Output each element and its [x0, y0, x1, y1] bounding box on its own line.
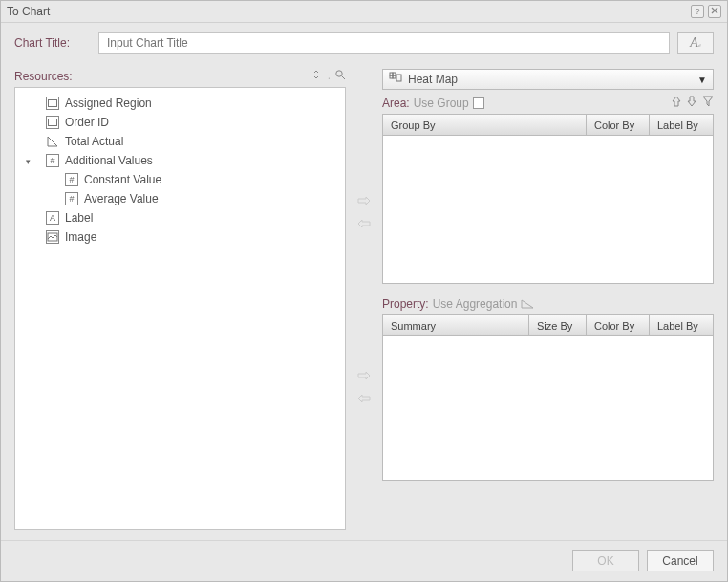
add-to-property-button[interactable]: [355, 368, 373, 383]
close-button[interactable]: [708, 5, 721, 18]
use-group-checkbox[interactable]: [473, 97, 484, 109]
rect-icon: [46, 97, 59, 110]
resource-item[interactable]: ALabel: [19, 208, 341, 227]
svg-marker-13: [522, 300, 533, 308]
resource-item[interactable]: #Average Value: [19, 189, 341, 208]
resource-item-label: Order ID: [65, 116, 109, 129]
property-hint: Use Aggregation: [433, 297, 518, 311]
resource-item-label: Total Actual: [65, 135, 123, 148]
cancel-button[interactable]: Cancel: [647, 550, 714, 571]
configuration-panel: Heat Map ▼ Area: Use Group: [382, 69, 714, 530]
chart-type-select[interactable]: Heat Map ▼: [382, 69, 714, 90]
dialog-footer: OK Cancel: [1, 540, 727, 581]
area-hint: Use Group: [414, 97, 469, 110]
resource-item[interactable]: Assigned Region: [19, 94, 341, 113]
help-button[interactable]: ?: [691, 5, 704, 18]
sort-icon[interactable]: [312, 69, 324, 83]
property-header: Property: Use Aggregation: [382, 297, 714, 311]
hash-icon: #: [65, 173, 78, 186]
transfer-buttons-area: [353, 69, 375, 530]
chart-title-label: Chart Title:: [14, 36, 91, 50]
add-to-area-button[interactable]: [355, 193, 373, 208]
resource-item-label: Assigned Region: [65, 97, 152, 110]
img-icon: [46, 230, 59, 244]
svg-marker-6: [48, 137, 57, 146]
svg-rect-11: [393, 75, 396, 78]
a-icon: A: [46, 211, 59, 225]
aggregation-icon: [521, 297, 534, 311]
search-icon[interactable]: [334, 69, 346, 83]
ok-button[interactable]: OK: [572, 550, 639, 571]
area-header: Area: Use Group: [382, 96, 714, 110]
resource-item-label: Constant Value: [84, 173, 161, 186]
area-table-body[interactable]: [383, 136, 713, 283]
column-header-colorby[interactable]: Color By: [587, 315, 650, 335]
resources-panel: Resources: .: [14, 69, 346, 530]
area-label: Area:: [382, 97, 410, 110]
heatmap-icon: [389, 72, 402, 88]
resource-item[interactable]: ▾#Additional Values: [19, 151, 341, 170]
move-up-icon[interactable]: [672, 96, 681, 110]
chart-title-row: Chart Title: A꜀: [14, 32, 714, 54]
resources-tree[interactable]: Assigned RegionOrder IDTotal Actual▾#Add…: [14, 87, 346, 530]
property-table[interactable]: SummarySize ByColor ByLabel By: [382, 314, 714, 481]
chart-title-input[interactable]: [98, 32, 670, 54]
move-down-icon[interactable]: [687, 96, 696, 110]
column-header-labelby[interactable]: Label By: [650, 315, 713, 335]
chart-type-label: Heat Map: [408, 73, 458, 86]
resource-item[interactable]: #Constant Value: [19, 170, 341, 189]
svg-rect-5: [49, 119, 57, 126]
svg-rect-4: [49, 100, 57, 107]
rect-icon: [46, 116, 59, 129]
titlebar: To Chart ?: [1, 1, 727, 23]
to-chart-dialog: To Chart ? Chart Title: A꜀ Resources:: [0, 0, 728, 582]
tri-icon: [46, 135, 59, 148]
property-table-body[interactable]: [383, 336, 713, 480]
resources-label: Resources:: [14, 70, 73, 83]
resource-item[interactable]: Order ID: [19, 113, 341, 132]
remove-from-property-button[interactable]: [355, 391, 373, 406]
expander-icon[interactable]: ▾: [23, 157, 32, 166]
column-header-summary[interactable]: Summary: [383, 315, 529, 335]
property-label: Property:: [382, 297, 429, 311]
column-header-colorby[interactable]: Color By: [587, 115, 650, 135]
chevron-down-icon: ▼: [697, 75, 707, 85]
svg-rect-12: [396, 75, 401, 81]
resource-item[interactable]: Total Actual: [19, 132, 341, 151]
resource-item-label: Image: [65, 230, 96, 244]
column-header-groupby[interactable]: Group By: [383, 115, 587, 135]
resource-item-label: Additional Values: [65, 154, 153, 167]
resource-item[interactable]: Image: [19, 227, 341, 247]
svg-point-2: [336, 71, 342, 76]
svg-line-3: [342, 76, 346, 80]
resource-item-label: Label: [65, 211, 93, 225]
font-settings-button[interactable]: A꜀: [677, 32, 714, 54]
column-header-labelby[interactable]: Label By: [650, 115, 713, 135]
filter-icon[interactable]: [702, 96, 714, 110]
area-table[interactable]: Group ByColor ByLabel By: [382, 114, 714, 284]
hash-icon: #: [46, 154, 59, 167]
resource-item-label: Average Value: [84, 192, 159, 205]
remove-from-area-button[interactable]: [355, 216, 373, 231]
hash-icon: #: [65, 192, 78, 205]
window-title: To Chart: [7, 5, 50, 18]
column-header-sizeby[interactable]: Size By: [529, 315, 587, 335]
